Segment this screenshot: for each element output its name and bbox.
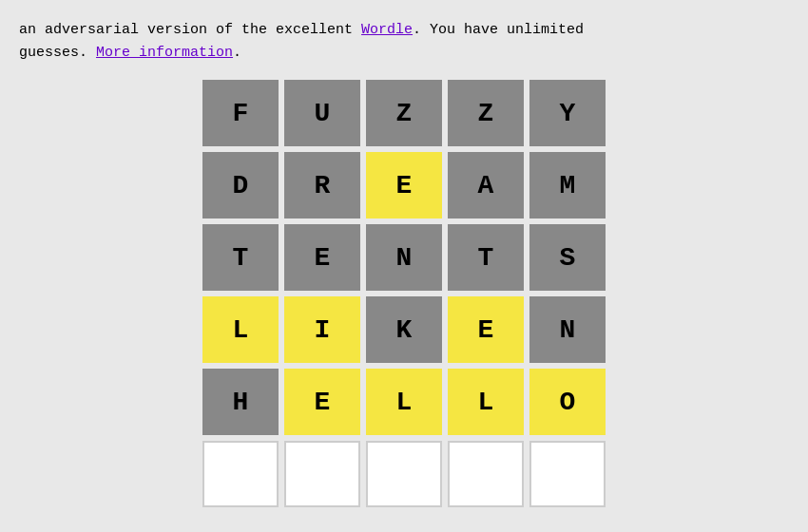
game-container: FUZZYDREAMTENTSLIKENHELLO — [199, 76, 609, 511]
table-row: O — [529, 369, 606, 435]
table-row: Y — [529, 80, 606, 146]
table-row — [202, 441, 279, 507]
table-row — [448, 441, 524, 507]
table-row: I — [284, 296, 360, 363]
table-row: T — [448, 224, 524, 291]
wordle-link[interactable]: Wordle — [361, 22, 413, 38]
table-row — [529, 441, 606, 507]
table-row: F — [202, 80, 279, 146]
table-row — [366, 441, 442, 507]
table-row: L — [448, 369, 524, 435]
header-line2: guesses. More information. — [19, 45, 241, 61]
table-row: L — [202, 296, 279, 363]
table-row: H — [202, 369, 279, 435]
table-row — [284, 441, 360, 507]
table-row: L — [366, 369, 442, 435]
table-row: E — [448, 296, 524, 363]
table-row: Z — [448, 80, 524, 146]
table-row: S — [529, 224, 606, 291]
table-row: N — [366, 224, 442, 291]
game-grid: FUZZYDREAMTENTSLIKENHELLO — [199, 76, 609, 511]
table-row: A — [448, 152, 524, 218]
table-row: E — [366, 152, 442, 218]
table-row: E — [284, 369, 360, 435]
table-row: T — [202, 224, 279, 291]
header-text: an adversarial version of the excellent … — [0, 10, 808, 74]
more-info-link[interactable]: More information — [96, 45, 233, 61]
header-line1: an adversarial version of the excellent … — [19, 22, 584, 38]
table-row: N — [529, 296, 606, 363]
table-row: M — [529, 152, 606, 218]
table-row: Z — [366, 80, 442, 146]
table-row: K — [366, 296, 442, 363]
table-row: D — [202, 152, 279, 218]
table-row: U — [284, 80, 360, 146]
table-row: R — [284, 152, 360, 218]
table-row: E — [284, 224, 360, 291]
